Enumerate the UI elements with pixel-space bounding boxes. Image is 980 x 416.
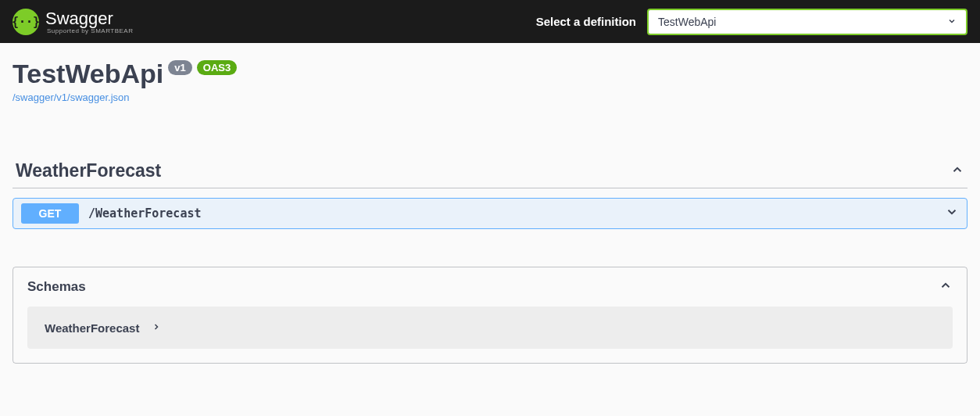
definition-label: Select a definition: [536, 15, 636, 28]
chevron-up-icon: [939, 278, 953, 296]
definition-select[interactable]: TestWebApi: [647, 9, 967, 35]
http-method-badge: GET: [21, 203, 79, 224]
definition-selected-value: TestWebApi: [658, 16, 716, 28]
chevron-down-icon: [945, 205, 959, 222]
swagger-logo-text: Swagger: [45, 9, 133, 29]
chevron-right-icon: [152, 321, 161, 335]
swagger-logo[interactable]: {··} Swagger Supported by SMARTBEAR: [13, 9, 133, 35]
oas-badge: OAS3: [197, 60, 237, 75]
chevron-down-icon: [947, 16, 957, 28]
tag-header[interactable]: WeatherForecast: [13, 154, 967, 188]
topbar: {··} Swagger Supported by SMARTBEAR Sele…: [0, 0, 980, 43]
operation-path: /WeatherForecast: [88, 206, 945, 221]
tag-name: WeatherForecast: [16, 160, 950, 181]
tag-section-weatherforecast: WeatherForecast GET /WeatherForecast: [13, 154, 967, 229]
schemas-header[interactable]: Schemas: [13, 267, 967, 307]
operation-get-weatherforecast[interactable]: GET /WeatherForecast: [13, 198, 967, 229]
schemas-section: Schemas WeatherForecast: [13, 267, 967, 364]
schema-name: WeatherForecast: [45, 321, 139, 335]
spec-url-link[interactable]: /swagger/v1/swagger.json: [13, 91, 130, 103]
schema-item-weatherforecast[interactable]: WeatherForecast: [27, 307, 953, 349]
api-title: TestWebApi: [13, 59, 163, 89]
swagger-logo-subtext: Supported by SMARTBEAR: [47, 27, 133, 34]
version-badge: v1: [168, 60, 191, 75]
schemas-title: Schemas: [27, 279, 939, 295]
swagger-logo-icon: {··}: [13, 9, 39, 35]
chevron-up-icon: [950, 163, 964, 180]
api-info-header: TestWebApi v1 OAS3: [13, 59, 967, 89]
